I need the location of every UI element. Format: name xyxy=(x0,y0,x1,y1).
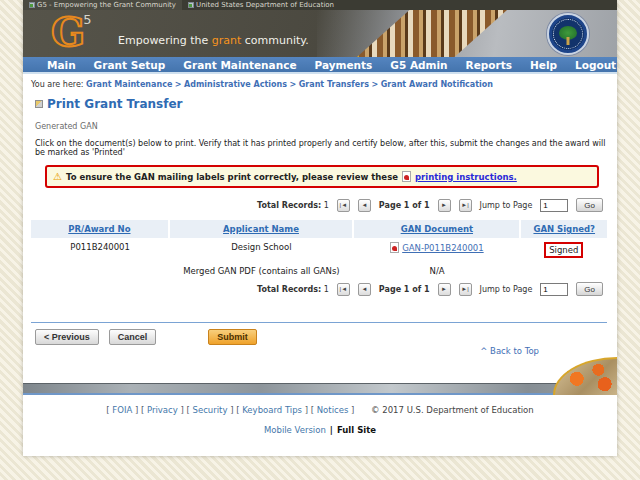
breadcrumb-grant-maintenance[interactable]: Grant Maintenance xyxy=(86,80,172,89)
nav-help[interactable]: Help xyxy=(530,59,557,71)
col-header-pr-award-no[interactable]: PR/Award No xyxy=(31,220,168,238)
nav-grant-maintenance[interactable]: Grant Maintenance xyxy=(183,59,296,71)
footer-links: [ FOIA ] [ Privacy ] [ Security ] [ Keyb… xyxy=(23,405,617,415)
next-page-button[interactable]: ► xyxy=(438,283,451,296)
nav-g5-admin[interactable]: G5 Admin xyxy=(390,59,447,71)
footer: [ FOIA ] [ Privacy ] [ Security ] [ Keyb… xyxy=(23,397,617,435)
back-to-top-link[interactable]: ^ Back to Top xyxy=(480,346,539,356)
previous-page-button[interactable]: ◄ xyxy=(358,283,371,296)
table-row: P011B240001 Design School GAN-P011B24000… xyxy=(31,238,607,262)
total-records-label: Total Records: xyxy=(257,285,321,294)
go-button[interactable]: Go xyxy=(576,198,603,212)
jump-to-page-input[interactable] xyxy=(540,199,568,212)
app-window: G5 - Empowering the Grant Community Unit… xyxy=(23,0,617,456)
footer-link-security[interactable]: Security xyxy=(193,405,228,415)
pdf-icon xyxy=(390,242,399,253)
browser-titlebar: G5 - Empowering the Grant Community Unit… xyxy=(23,0,617,10)
jump-to-page-input[interactable] xyxy=(540,283,568,296)
printing-instructions-link[interactable]: printing instructions. xyxy=(415,172,517,182)
pagination-bottom: Total Records: 1 |◄ ◄ Page 1 of 1 ► ►| J… xyxy=(31,282,603,296)
cancel-button[interactable]: Cancel xyxy=(109,329,157,345)
footer-link-foia[interactable]: FOIA xyxy=(112,405,132,415)
next-page-button[interactable]: ► xyxy=(438,199,451,212)
breadcrumb-grant-award-notification[interactable]: Grant Award Notification xyxy=(381,80,493,89)
main-nav: Main Grant Setup Grant Maintenance Payme… xyxy=(23,57,617,74)
gan-table: PR/Award No Applicant Name GAN Document … xyxy=(31,220,607,280)
browser-tab-g5[interactable]: G5 - Empowering the Grant Community xyxy=(23,0,182,10)
g5-logo-5: 5 xyxy=(83,12,91,27)
copyright-text: © 2017 U.S. Department of Education xyxy=(371,405,534,415)
g5-favicon-icon xyxy=(29,2,35,8)
browser-tab-ed-label: United States Department of Education xyxy=(196,1,334,9)
divider xyxy=(31,322,607,323)
department-of-education-seal-icon xyxy=(547,13,589,55)
first-page-button[interactable]: |◄ xyxy=(337,283,350,296)
merged-gan-label: Merged GAN PDF (contains all GANs) xyxy=(169,262,353,280)
page-indicator: Page 1 of 1 xyxy=(379,201,430,210)
merged-gan-value: N/A xyxy=(354,262,521,280)
previous-page-button[interactable]: ◄ xyxy=(358,199,371,212)
browser-tab-ed[interactable]: United States Department of Education xyxy=(182,0,340,10)
page-title-row: Print Grant Transfer xyxy=(35,97,607,111)
col-header-gan-document[interactable]: GAN Document xyxy=(354,220,519,238)
full-site-label: Full Site xyxy=(337,425,376,435)
last-page-button[interactable]: ►| xyxy=(459,199,472,212)
footer-link-notices[interactable]: Notices xyxy=(317,405,349,415)
g5-logo: G5 xyxy=(51,10,93,54)
pagination-top: Total Records: 1 |◄ ◄ Page 1 of 1 ► ►| J… xyxy=(31,198,603,212)
gan-document-cell: GAN-P011B240001 xyxy=(354,238,521,262)
go-button[interactable]: Go xyxy=(576,282,603,296)
page-title: Print Grant Transfer xyxy=(47,97,182,111)
action-buttons: < Previous Cancel Submit xyxy=(35,329,607,345)
gan-document-link[interactable]: GAN-P011B240001 xyxy=(402,243,483,253)
warning-banner: ⚠ To ensure the GAN mailing labels print… xyxy=(45,165,599,188)
table-row-merged: Merged GAN PDF (contains all GANs) N/A xyxy=(31,262,607,280)
metallic-divider-bar xyxy=(23,383,617,395)
mobile-version-link[interactable]: Mobile Version xyxy=(264,425,326,435)
warning-triangle-icon: ⚠ xyxy=(53,172,62,182)
first-page-button[interactable]: |◄ xyxy=(337,199,350,212)
footer-link-keyboard-tips[interactable]: Keyboard Tips xyxy=(242,405,302,415)
header-banner: G5 Empowering the grant community. xyxy=(23,10,617,57)
previous-button[interactable]: < Previous xyxy=(35,329,99,345)
nav-logout[interactable]: Logout xyxy=(575,59,616,71)
nav-grant-setup[interactable]: Grant Setup xyxy=(94,59,166,71)
total-records-value: 1 xyxy=(324,201,329,210)
gan-signed-cell: Signed xyxy=(521,238,607,262)
jump-to-page-label: Jump to Page xyxy=(480,285,533,294)
footer-link-privacy[interactable]: Privacy xyxy=(147,405,178,415)
browser-tab-g5-label: G5 - Empowering the Grant Community xyxy=(37,1,176,9)
nav-payments[interactable]: Payments xyxy=(315,59,373,71)
warning-text: To ensure the GAN mailing labels print c… xyxy=(66,172,398,182)
last-page-button[interactable]: ►| xyxy=(459,283,472,296)
nav-reports[interactable]: Reports xyxy=(466,59,512,71)
footer-site-toggle: Mobile Version|Full Site xyxy=(23,425,617,435)
g5-logo-g: G xyxy=(51,10,85,55)
breadcrumb: You are here: Grant Maintenance > Admini… xyxy=(31,80,607,89)
col-header-applicant-name[interactable]: Applicant Name xyxy=(170,220,352,238)
award-number-cell: P011B240001 xyxy=(31,238,169,262)
table-header-row: PR/Award No Applicant Name GAN Document … xyxy=(31,220,607,238)
signed-status-badge: Signed xyxy=(544,242,583,258)
submit-button[interactable]: Submit xyxy=(208,329,257,345)
tagline: Empowering the grant community. xyxy=(118,34,309,47)
jump-to-page-label: Jump to Page xyxy=(480,201,533,210)
total-records-value: 1 xyxy=(324,285,329,294)
breadcrumb-grant-transfers[interactable]: Grant Transfers xyxy=(299,80,369,89)
col-header-gan-signed[interactable]: GAN Signed? xyxy=(521,220,607,238)
print-instructions-text: Click on the document(s) below to print.… xyxy=(35,139,607,157)
seal-trunk xyxy=(567,37,570,45)
applicant-name-cell: Design School xyxy=(169,238,353,262)
nav-main[interactable]: Main xyxy=(47,59,76,71)
pdf-icon xyxy=(402,171,411,182)
ed-favicon-icon xyxy=(188,2,194,8)
breadcrumb-prefix: You are here: xyxy=(31,80,84,89)
total-records-label: Total Records: xyxy=(257,201,321,210)
classroom-photo-decoration xyxy=(553,357,617,395)
page-title-bullet-icon xyxy=(35,100,43,108)
content-area: You are here: Grant Maintenance > Admini… xyxy=(23,74,617,345)
page-indicator: Page 1 of 1 xyxy=(379,285,430,294)
generated-gan-label: Generated GAN xyxy=(35,122,607,131)
breadcrumb-administrative-actions[interactable]: Administrative Actions xyxy=(184,80,287,89)
